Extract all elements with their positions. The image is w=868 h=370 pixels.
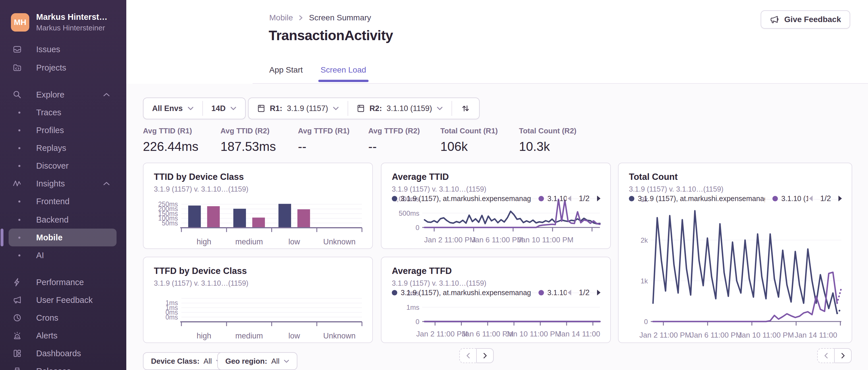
- sidebar-item-projects[interactable]: Projects: [9, 59, 117, 76]
- legend-series2-label[interactable]: 3.1.10: [547, 195, 567, 203]
- metric-label: Avg TTID (R2): [220, 127, 276, 135]
- chart-card-average-ttfd: 2ms1ms0Jan 2 11:00 PMJan 6 11:00 PMJan 1…: [381, 257, 611, 343]
- legend-pager: 1/2: [808, 194, 843, 203]
- svg-text:Jan 14 11:00: Jan 14 11:00: [557, 330, 600, 338]
- metric-avg-ttid-r2-: Avg TTID (R2)187.53ms: [220, 127, 276, 154]
- sidebar-item-label: Alerts: [36, 331, 57, 340]
- sidebar-item-replays[interactable]: Replays: [9, 139, 117, 157]
- environment-filter[interactable]: All Envs: [144, 98, 203, 119]
- metric-value: --: [368, 139, 420, 154]
- bullet-icon: [19, 165, 20, 167]
- previous-page-button[interactable]: [817, 348, 834, 363]
- sidebar-item-releases[interactable]: Releases: [9, 362, 117, 370]
- sidebar-item-label: Frontend: [36, 197, 69, 206]
- svg-text:Jan 10 11:00 PM: Jan 10 11:00 PM: [738, 331, 794, 339]
- page-header: Mobile Screen Summary Give Feedback Tran…: [126, 0, 868, 84]
- svg-text:Jan 10 11:00 PM: Jan 10 11:00 PM: [518, 235, 574, 244]
- chevron-down-icon: [230, 106, 237, 110]
- give-feedback-label: Give Feedback: [784, 15, 841, 24]
- geo-region-filter[interactable]: Geo region: All: [217, 352, 298, 370]
- legend-prev-button[interactable]: [808, 195, 814, 202]
- chart-legend: 3.1.9 (1157), at.markushi.expensemanage3…: [392, 193, 601, 204]
- tab-app-start[interactable]: App Start: [269, 65, 303, 81]
- series2-dot-icon: [772, 196, 778, 201]
- legend-next-button[interactable]: [837, 195, 843, 202]
- sidebar-item-discover[interactable]: Discover: [9, 157, 117, 175]
- sidebar-item-label: Releases: [36, 367, 71, 370]
- sidebar-item-label: Discover: [36, 161, 69, 171]
- series2-dot-icon: [538, 196, 544, 201]
- sidebar-item-profiles[interactable]: Profiles: [9, 121, 117, 139]
- legend-series2-label[interactable]: 3.1.10: [547, 289, 567, 297]
- sidebar-item-label: Dashboards: [36, 349, 81, 358]
- swap-releases-button[interactable]: [452, 98, 479, 119]
- sidebar: MH Markus Hinterst… Markus Hintersteiner…: [0, 0, 126, 370]
- previous-page-button[interactable]: [459, 348, 476, 363]
- environment-filter-label: All Envs: [152, 104, 183, 113]
- sidebar-item-label: Mobile: [36, 233, 63, 242]
- user-menu[interactable]: MH Markus Hinterst… Markus Hintersteiner: [0, 10, 126, 34]
- alerts-icon: [12, 331, 22, 340]
- sidebar-item-dashboards[interactable]: Dashboards: [9, 344, 117, 362]
- sidebar-item-user-feedback[interactable]: User Feedback: [9, 291, 117, 309]
- legend-series2-label[interactable]: 3.1.10 (1: [781, 195, 808, 203]
- bullet-icon: [19, 111, 20, 113]
- svg-text:Jan 10 11:00 PM: Jan 10 11:00 PM: [505, 330, 561, 338]
- date-range-label: 14D: [212, 104, 226, 113]
- chevron-down-icon: [284, 359, 289, 363]
- svg-text:Jan 6 11:00 PM: Jan 6 11:00 PM: [471, 235, 523, 244]
- chart-title: Average TTFD: [392, 266, 452, 276]
- sidebar-item-frontend[interactable]: Frontend: [9, 193, 117, 210]
- legend-series1-label[interactable]: 3.1.9 (1157), at.markushi.expensemanage: [401, 289, 531, 297]
- legend-next-button[interactable]: [596, 195, 601, 202]
- chart-title: Average TTID: [392, 172, 449, 182]
- legend-prev-button[interactable]: [567, 195, 572, 202]
- bullet-icon: [19, 147, 20, 149]
- svg-text:Jan 2 11:00 PM: Jan 2 11:00 PM: [416, 330, 468, 338]
- sidebar-item-crons[interactable]: Crons: [9, 309, 117, 327]
- sidebar-item-label: Backend: [36, 215, 69, 225]
- tab-screen-load[interactable]: Screen Load: [321, 65, 366, 81]
- sidebar-item-traces[interactable]: Traces: [9, 104, 117, 121]
- sidebar-item-alerts[interactable]: Alerts: [9, 327, 117, 344]
- next-page-button[interactable]: [834, 348, 851, 363]
- metric-label: Avg TTID (R1): [143, 127, 198, 135]
- user-display-name: Markus Hinterst…: [36, 12, 107, 22]
- date-range-filter[interactable]: 14D: [203, 98, 245, 119]
- metric-value: 106k: [440, 139, 498, 154]
- breadcrumb-mobile-link[interactable]: Mobile: [269, 13, 293, 22]
- give-feedback-button[interactable]: Give Feedback: [761, 10, 850, 29]
- sidebar-item-ai[interactable]: AI: [9, 246, 117, 264]
- avatar: MH: [11, 13, 29, 32]
- crons-icon: [12, 313, 22, 323]
- bullet-icon: [19, 201, 20, 202]
- chevron-down-icon: [333, 106, 339, 110]
- total-count-pagination: [817, 348, 851, 363]
- release2-filter[interactable]: R2: 3.1.10 (1159): [348, 98, 452, 119]
- sidebar-scrollbar[interactable]: [1, 229, 3, 246]
- metric-avg-ttid-r1-: Avg TTID (R1)226.44ms: [143, 127, 198, 154]
- sidebar-item-backend[interactable]: Backend: [9, 211, 117, 229]
- svg-text:0: 0: [415, 318, 420, 326]
- legend-prev-button[interactable]: [567, 289, 572, 296]
- release1-filter[interactable]: R1: 3.1.9 (1157): [249, 98, 348, 119]
- chart-title: Total Count: [629, 172, 678, 182]
- megaphone-icon: [770, 15, 779, 24]
- legend-series1-label[interactable]: 3.1.9 (1157), at.markushi.expensemanage: [401, 195, 531, 203]
- metric-avg-ttfd-r1-: Avg TTFD (R1)--: [298, 127, 350, 154]
- sidebar-item-explore[interactable]: Explore: [9, 86, 117, 104]
- svg-text:low: low: [288, 332, 300, 340]
- legend-series1-label[interactable]: 3.1.9 (1157), at.markushi.expensemanage: [638, 195, 765, 203]
- chart-title: TTID by Device Class: [154, 172, 244, 182]
- sidebar-item-mobile[interactable]: Mobile: [9, 229, 117, 246]
- sidebar-item-performance[interactable]: Performance: [9, 273, 117, 291]
- legend-next-button[interactable]: [596, 289, 601, 296]
- metric-label: Total Count (R2): [519, 127, 577, 135]
- insights-icon: [12, 179, 22, 188]
- sidebar-item-issues[interactable]: Issues: [9, 40, 117, 58]
- metric-total-count-r1-: Total Count (R1)106k: [440, 127, 498, 154]
- next-page-button[interactable]: [476, 348, 494, 363]
- sidebar-item-insights[interactable]: Insights: [9, 175, 117, 193]
- device-class-filter[interactable]: Device Class: All: [143, 352, 229, 370]
- sidebar-item-label: User Feedback: [36, 295, 93, 305]
